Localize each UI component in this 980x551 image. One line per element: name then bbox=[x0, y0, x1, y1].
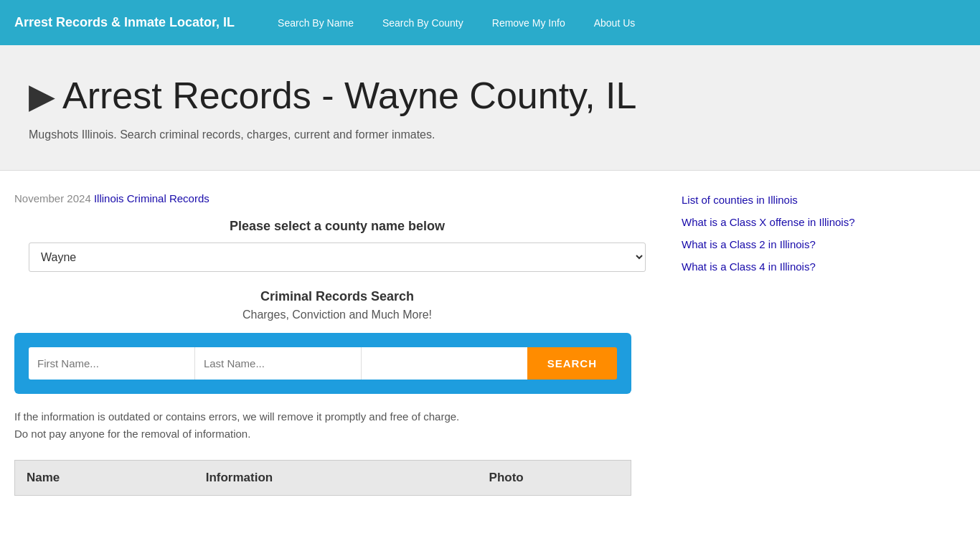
class-2-link[interactable]: What is a Class 2 in Illinois? bbox=[682, 238, 816, 250]
sidebar-list-item-4: What is a Class 4 in Illinois? bbox=[682, 259, 875, 274]
nav-link-about-us[interactable]: About Us bbox=[580, 0, 650, 45]
criminal-search-title: Criminal Records Search bbox=[14, 289, 660, 304]
nav-link-search-by-name[interactable]: Search By Name bbox=[263, 0, 368, 45]
criminal-search-subtitle: Charges, Conviction and Much More! bbox=[14, 309, 660, 321]
class-4-link[interactable]: What is a Class 4 in Illinois? bbox=[682, 260, 816, 273]
criminal-search-section: Criminal Records Search Charges, Convict… bbox=[14, 289, 660, 321]
sidebar-list-item-2: What is a Class X offense in Illinois? bbox=[682, 215, 875, 230]
table-col-info-header: Information bbox=[194, 461, 478, 495]
table-col-name-header: Name bbox=[15, 461, 194, 495]
hero-subtitle: Mugshots Illinois. Search criminal recor… bbox=[29, 128, 951, 141]
nav-links: Search By Name Search By County Remove M… bbox=[263, 0, 649, 45]
hero-title: ▶ Arrest Records - Wayne County, IL bbox=[29, 74, 951, 117]
left-column: November 2024 Illinois Criminal Records … bbox=[14, 192, 660, 496]
hero-title-text: Arrest Records - Wayne County, IL bbox=[62, 74, 637, 117]
search-inputs: Illinois SEARCH bbox=[29, 347, 617, 380]
class-x-link[interactable]: What is a Class X offense in Illinois? bbox=[682, 216, 855, 228]
right-sidebar: List of counties in Illinois What is a C… bbox=[660, 192, 875, 496]
date-line: November 2024 Illinois Criminal Records bbox=[14, 192, 660, 204]
sidebar-list-item-1: List of counties in Illinois bbox=[682, 192, 875, 207]
last-name-input[interactable] bbox=[194, 347, 361, 380]
county-select-section: Please select a county name below Wayne … bbox=[14, 219, 660, 272]
nav-brand: Arrest Records & Inmate Locator, IL bbox=[14, 15, 235, 30]
nav-link-search-by-county[interactable]: Search By County bbox=[368, 0, 478, 45]
county-select-label: Please select a county name below bbox=[14, 219, 660, 234]
list-counties-link[interactable]: List of counties in Illinois bbox=[682, 194, 798, 206]
main-content: November 2024 Illinois Criminal Records … bbox=[0, 171, 980, 517]
table-col-photo-header: Photo bbox=[478, 461, 631, 495]
county-select-dropdown[interactable]: Wayne Adams Alexander Bond Boone Brown B… bbox=[29, 242, 646, 272]
nav-link-remove-my-info[interactable]: Remove My Info bbox=[478, 0, 580, 45]
state-input[interactable]: Illinois bbox=[361, 347, 527, 380]
results-table-header: Name Information Photo bbox=[14, 460, 631, 496]
play-icon: ▶ bbox=[29, 75, 55, 116]
navbar: Arrest Records & Inmate Locator, IL Sear… bbox=[0, 0, 980, 45]
illinois-criminal-records-link[interactable]: Illinois Criminal Records bbox=[94, 192, 209, 204]
search-button[interactable]: SEARCH bbox=[527, 347, 617, 380]
search-form-container: Illinois SEARCH bbox=[14, 333, 631, 394]
first-name-input[interactable] bbox=[29, 347, 194, 380]
hero-section: ▶ Arrest Records - Wayne County, IL Mugs… bbox=[0, 45, 980, 171]
sidebar-links-list: List of counties in Illinois What is a C… bbox=[682, 192, 875, 274]
sidebar-list-item-3: What is a Class 2 in Illinois? bbox=[682, 237, 875, 252]
disclaimer-text: If the information is outdated or contai… bbox=[14, 408, 631, 443]
date-text: November 2024 bbox=[14, 192, 91, 204]
